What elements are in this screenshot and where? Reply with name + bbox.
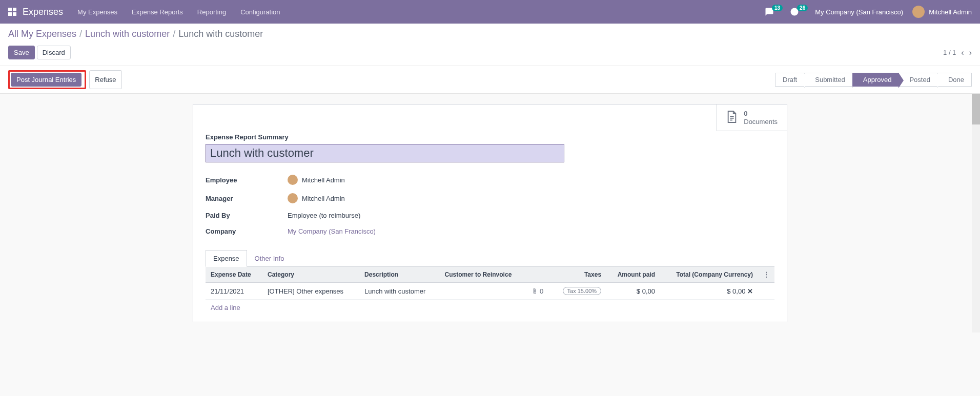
status-bar: Post Journal Entries Refuse Draft Submit…: [0, 66, 980, 94]
content-area: 0 Documents Expense Report Summary Emplo…: [0, 94, 980, 332]
pager-prev[interactable]: ‹: [961, 48, 964, 57]
status-steps: Draft Submitted Approved Posted Done: [775, 73, 972, 87]
svg-rect-2: [8, 12, 12, 16]
documents-count: 0: [744, 110, 778, 118]
status-step-approved[interactable]: Approved: [852, 73, 900, 87]
breadcrumb-parent[interactable]: Lunch with customer: [85, 29, 170, 39]
documents-label: Documents: [744, 118, 778, 126]
tax-pill: Tax 15.00%: [563, 287, 601, 295]
col-total[interactable]: Total (Company Currency): [660, 267, 758, 283]
tab-other-info[interactable]: Other Info: [247, 250, 292, 267]
cell-amount[interactable]: $ 0,00: [606, 283, 660, 300]
company-field[interactable]: My Company (San Francisco): [288, 227, 376, 235]
svg-rect-0: [8, 8, 12, 11]
activities-badge: 26: [797, 5, 808, 11]
nav-reporting[interactable]: Reporting: [197, 8, 226, 16]
manager-field[interactable]: Mitchell Admin: [288, 193, 345, 203]
summary-input[interactable]: [206, 144, 564, 162]
add-line-link[interactable]: Add a line: [206, 300, 774, 316]
company-value: My Company (San Francisco): [288, 227, 376, 235]
employee-field[interactable]: Mitchell Admin: [288, 175, 345, 185]
employee-value: Mitchell Admin: [302, 176, 345, 184]
cell-total[interactable]: $ 0,00 ✕: [660, 283, 758, 300]
summary-label: Expense Report Summary: [206, 133, 774, 141]
scrollbar-thumb[interactable]: [972, 94, 980, 124]
manager-label: Manager: [206, 195, 288, 202]
breadcrumb-current: Lunch with customer: [178, 29, 263, 39]
svg-rect-3: [13, 12, 16, 16]
col-category[interactable]: Category: [262, 267, 359, 283]
col-attach: [526, 267, 552, 283]
document-icon: [726, 110, 738, 125]
activities-button[interactable]: 26: [790, 7, 808, 16]
company-label: Company: [206, 227, 288, 235]
cell-customer[interactable]: [440, 283, 526, 300]
user-avatar[interactable]: [912, 6, 925, 18]
columns-menu-icon[interactable]: ⋮: [763, 271, 769, 278]
paidby-field[interactable]: Employee (to reimburse): [288, 212, 360, 219]
status-step-submitted[interactable]: Submitted: [804, 73, 853, 87]
col-date[interactable]: Expense Date: [206, 267, 262, 283]
tab-expense[interactable]: Expense: [206, 250, 247, 267]
cell-attachments[interactable]: 0: [526, 283, 552, 300]
paidby-label: Paid By: [206, 212, 288, 219]
status-step-done[interactable]: Done: [937, 73, 972, 87]
post-journal-entries-button[interactable]: Post Journal Entries: [11, 73, 81, 87]
vertical-scrollbar[interactable]: [972, 94, 980, 332]
pager-next[interactable]: ›: [969, 48, 972, 57]
cell-date[interactable]: 21/11/2021: [206, 283, 262, 300]
svg-rect-1: [13, 8, 16, 11]
tabs: Expense Other Info: [206, 249, 774, 267]
status-step-posted[interactable]: Posted: [899, 73, 937, 87]
control-panel: All My Expenses / Lunch with customer / …: [0, 24, 980, 66]
avatar: [288, 193, 298, 203]
breadcrumb-sep: /: [79, 29, 82, 39]
cell-category[interactable]: [OTHER] Other expenses: [262, 283, 359, 300]
highlight-annotation: Post Journal Entries: [8, 70, 86, 89]
company-selector[interactable]: My Company (San Francisco): [815, 8, 903, 16]
cell-taxes[interactable]: Tax 15.00%: [552, 283, 606, 300]
breadcrumb-root[interactable]: All My Expenses: [8, 29, 76, 39]
avatar: [288, 175, 298, 185]
breadcrumb-sep: /: [173, 29, 175, 39]
pager-text[interactable]: 1 / 1: [943, 49, 956, 56]
discard-button[interactable]: Discard: [37, 46, 71, 59]
table-row[interactable]: 21/11/2021 [OTHER] Other expenses Lunch …: [206, 283, 774, 300]
apps-icon[interactable]: [8, 8, 16, 16]
top-navbar: Expenses My Expenses Expense Reports Rep…: [0, 0, 980, 24]
paperclip-icon: [532, 288, 538, 294]
messages-badge: 13: [772, 5, 783, 11]
delete-row-icon[interactable]: ✕: [747, 287, 753, 295]
user-menu[interactable]: Mitchell Admin: [929, 8, 972, 16]
manager-value: Mitchell Admin: [302, 195, 345, 202]
col-taxes[interactable]: Taxes: [552, 267, 606, 283]
col-customer[interactable]: Customer to Reinvoice: [440, 267, 526, 283]
documents-button[interactable]: 0 Documents: [717, 105, 787, 131]
form-sheet: 0 Documents Expense Report Summary Emplo…: [193, 104, 787, 322]
cell-description[interactable]: Lunch with customer: [359, 283, 440, 300]
nav-my-expenses[interactable]: My Expenses: [77, 8, 117, 16]
app-name[interactable]: Expenses: [23, 7, 63, 17]
save-button[interactable]: Save: [8, 46, 35, 59]
col-description[interactable]: Description: [359, 267, 440, 283]
nav-expense-reports[interactable]: Expense Reports: [132, 8, 183, 16]
expense-lines-table: Expense Date Category Description Custom…: [206, 267, 774, 316]
pager: 1 / 1 ‹ ›: [943, 48, 972, 57]
employee-label: Employee: [206, 176, 288, 184]
col-amount[interactable]: Amount paid: [606, 267, 660, 283]
paidby-value: Employee (to reimburse): [288, 212, 360, 219]
status-step-draft[interactable]: Draft: [775, 73, 805, 87]
attach-count: 0: [540, 287, 543, 295]
nav-configuration[interactable]: Configuration: [240, 8, 280, 16]
messages-button[interactable]: 13: [765, 7, 783, 16]
refuse-button[interactable]: Refuse: [89, 70, 121, 89]
breadcrumb: All My Expenses / Lunch with customer / …: [8, 29, 972, 39]
